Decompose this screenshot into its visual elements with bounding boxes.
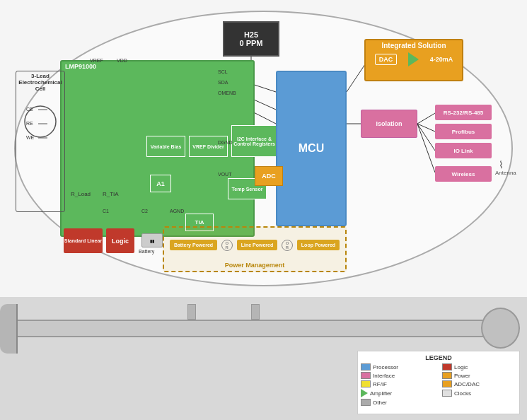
power-management-block: Battery Powered OR Line Powered OR Loop … [163,226,347,272]
line-powered-btn: Line Powered [237,240,278,250]
cell-diagram: CE RE WE [23,93,58,150]
logic-block: Logic [106,228,134,253]
power-management-title: Power Management [225,262,285,269]
legend-item-interface: Interface [361,372,435,379]
agnd-label: AGND [170,209,184,214]
adcdac-label: ADC/DAC [454,381,480,387]
pipe-body [18,320,485,337]
dgnd-label: DGND [218,140,233,145]
legend-title: LEGEND [361,354,516,361]
isolation-label: Isolation [376,120,402,127]
cell-title: 3-Lead Electrochemical Cell [16,71,64,93]
logic-legend-label: Logic [454,364,468,371]
legend-grid: Processor Logic Interface Power RF/IF [361,363,516,406]
legend-item-logic: Logic [442,363,516,371]
wireless-block: Wireless [435,166,492,182]
loop-powered-btn: Loop Powered [297,240,340,250]
power-color [442,372,452,379]
vdd-label: VDD [117,58,127,63]
lmp-title: LMP91000 [65,63,96,70]
pipe-left-cap [0,304,18,354]
profibus-block: Profibus [435,124,492,139]
gas-sensor-display: H25 0 PPM [223,21,279,57]
or-circle-2: OR [282,240,293,251]
standard-linear-block: Standard Linear [64,228,103,253]
amplifier-legend-icon [361,389,368,397]
gas-sensor-line1: H25 [244,30,258,39]
battery-powered-btn: Battery Powered [170,240,217,250]
variable-bias-block: Variable Bias [146,136,185,157]
i2c-block: I2C Interface & Control Registers [231,125,277,157]
other-color [361,399,371,406]
isolation-block: Isolation [361,110,417,138]
rf-label: RF/IF [373,381,387,387]
legend-box: LEGEND Processor Logic Interface Power [357,351,520,414]
antenna-icon: ⌇ [499,159,504,170]
pipe-right-cap [481,308,520,349]
legend-item-other: Other [361,399,435,406]
lmp91000-block: LMP91000 Variable Bias VREF Divider I2C … [60,60,255,237]
svg-text:WE: WE [26,135,35,140]
clocks-color [442,390,452,397]
rf-color [361,380,371,387]
diagram-area: H25 0 PPM LMP91000 Variable Bias VREF Di… [0,0,527,297]
mcu-block: MCU [276,71,347,226]
a1-block: A1 [150,175,171,192]
or-circle-1: OR [221,240,233,251]
adcdac-color [442,380,452,387]
processor-color [361,363,371,371]
battery-icon: ▮▮ [141,233,163,247]
pipe-connector-1 [187,304,196,320]
main-container: H25 0 PPM LMP91000 Variable Bias VREF Di… [0,0,527,420]
integrated-solution-block: Integrated Solution DAC 4-20mA [364,39,463,81]
svg-text:CE: CE [26,107,33,112]
electrochemical-cell-block: 3-Lead Electrochemical Cell CE RE WE [16,71,65,212]
pipe-connector-2 [251,304,260,320]
rs232-block: RS-232/RS-485 [435,105,492,120]
legend-item-power: Power [442,372,516,379]
vref-divider-block: VREF Divider [189,136,228,157]
pipe-container [0,304,527,354]
logic-color [442,363,452,371]
c1-label: C1 [103,209,109,214]
gas-sensor-line2: 0 PPM [239,39,262,47]
clocks-label: Clocks [454,390,471,397]
power-legend-label: Power [454,373,470,379]
rtia-label: R_TIA [103,191,119,197]
legend-item-clocks: Clocks [442,389,516,397]
antenna-label: Antenna [495,170,516,176]
svg-text:RE: RE [26,121,33,126]
iolink-block: IO Link [435,143,492,158]
bottom-area: LEGEND Processor Logic Interface Power [0,297,527,420]
legend-item-processor: Processor [361,363,435,371]
omenb-label: OMENB [218,91,236,95]
amplifier-label: Amplifier [370,390,392,397]
c2-label: C2 [141,209,148,214]
interface-color [361,372,371,379]
other-label: Other [373,399,387,406]
integrated-title: Integrated Solution [366,40,462,51]
integrated-content: DAC 4-20mA [366,51,462,68]
vout-label: VOUT [218,172,231,177]
legend-item-rf: RF/IF [361,380,435,387]
sda-label: SDA [218,80,228,85]
legend-item-adcdac: ADC/DAC [442,380,516,387]
rload-label: R_Load [71,191,91,197]
adc-label: ADC [262,173,276,180]
processor-label: Processor [373,364,398,371]
vref-label: VREF [90,58,103,63]
scl-label: SCL [218,69,228,74]
mcu-label: MCU [299,142,324,155]
interface-label: Interface [373,373,395,379]
dac-block: DAC [375,54,398,65]
legend-item-amplifier: Amplifier [361,389,435,397]
current-label: 4-20mA [430,56,453,63]
adc-block: ADC [255,166,283,186]
battery-label: Battery [139,249,154,254]
amplifier-icon [408,52,419,66]
